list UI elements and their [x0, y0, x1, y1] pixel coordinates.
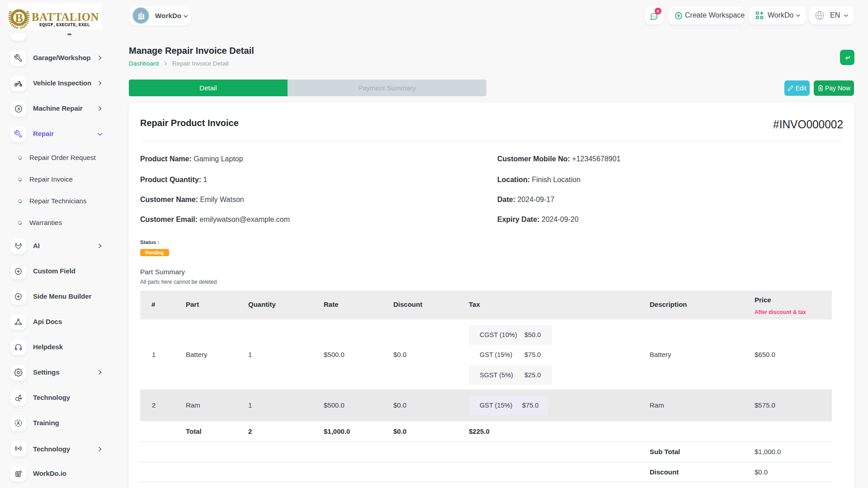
- svg-text:B: B: [15, 11, 23, 25]
